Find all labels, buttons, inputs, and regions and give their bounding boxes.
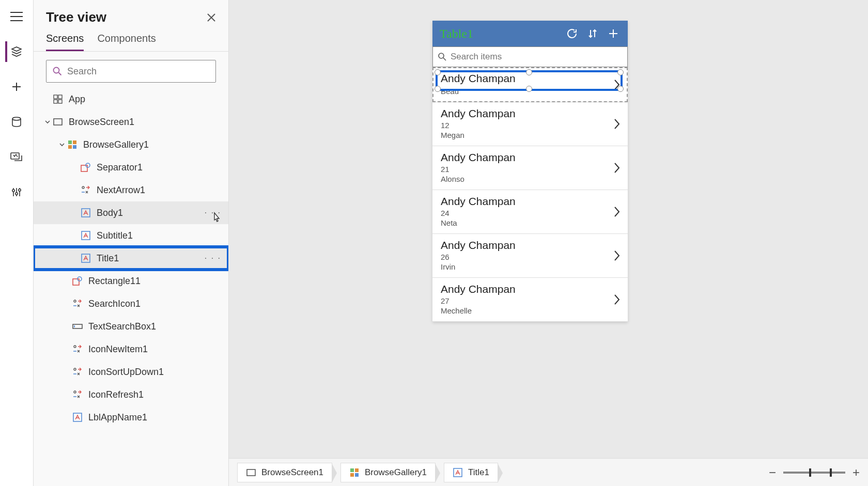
tree-node-iconrefresh[interactable]: IconRefresh1	[34, 383, 228, 406]
chevron-right-icon[interactable]	[613, 294, 621, 305]
hamburger-icon[interactable]	[6, 6, 27, 27]
tree-label: BrowseGallery1	[83, 139, 149, 150]
card-subtitle: 21	[441, 165, 619, 174]
tree-view-panel: Tree view Screens Components App BrowseS…	[34, 0, 229, 486]
svg-point-0	[12, 117, 21, 120]
card-body: Mechelle	[441, 306, 619, 315]
gallery-item[interactable]: Andy Champan 27 Mechelle	[432, 278, 628, 322]
gallery-item[interactable]: Andy Champan 21 Alonso	[432, 146, 628, 190]
tree-label: Rectangle11	[88, 276, 141, 287]
tree-node-rectangle[interactable]: Rectangle11	[34, 270, 228, 292]
chevron-right-icon[interactable]	[613, 118, 621, 130]
resize-handle[interactable]	[435, 86, 441, 92]
card-body: Megan	[441, 131, 619, 139]
preview-search-box[interactable]	[432, 46, 628, 67]
zoom-out-button[interactable]: −	[769, 465, 776, 480]
resize-handle[interactable]	[435, 69, 441, 75]
zoom-thumb[interactable]	[830, 468, 832, 477]
tree-node-body[interactable]: Body1 · · ·	[34, 201, 228, 224]
panel-tabs: Screens Components	[34, 27, 228, 52]
gallery-item[interactable]: Andy Champan Beau	[432, 67, 628, 102]
refresh-icon[interactable]	[565, 26, 579, 41]
svg-rect-11	[68, 140, 72, 144]
canvas-area[interactable]: Table1 Andy Champan Beau Andy Cha	[229, 0, 868, 458]
tree-search-input[interactable]	[67, 66, 209, 77]
tab-screens[interactable]: Screens	[46, 33, 84, 51]
media-rail-button[interactable]	[6, 147, 27, 167]
add-icon[interactable]	[606, 26, 621, 41]
svg-rect-7	[58, 95, 62, 99]
shape-icon	[72, 275, 83, 287]
tree-node-searchicon[interactable]: SearchIcon1	[34, 292, 228, 315]
close-icon[interactable]	[207, 13, 216, 22]
resize-handle[interactable]	[526, 86, 532, 92]
tree-scroll[interactable]: App BrowseScreen1 BrowseGallery1 Separat…	[34, 88, 228, 482]
tree-node-app[interactable]: App	[34, 88, 228, 111]
svg-point-2	[12, 190, 14, 192]
breadcrumb-screen[interactable]: BrowseScreen1	[237, 463, 332, 482]
selection-outline[interactable]	[436, 70, 623, 91]
icon-control-icon	[72, 389, 83, 400]
tree-search-box[interactable]	[46, 60, 216, 83]
card-title: Andy Champan	[441, 151, 619, 164]
insert-rail-button[interactable]	[6, 76, 27, 97]
tree-node-lblappname[interactable]: LblAppName1	[34, 406, 228, 429]
gallery-icon	[67, 139, 78, 150]
card-body: Neta	[441, 218, 619, 227]
gallery-item[interactable]: Andy Champan 24 Neta	[432, 190, 628, 234]
chevron-down-icon[interactable]	[43, 119, 52, 125]
breadcrumb-label: BrowseGallery1	[365, 467, 427, 478]
zoom-thumb[interactable]	[809, 468, 811, 477]
svg-point-29	[439, 53, 444, 58]
more-icon[interactable]: · · ·	[205, 254, 221, 263]
tree-label: TextSearchBox1	[88, 321, 156, 332]
svg-rect-28	[73, 413, 82, 421]
icon-control-icon	[72, 366, 83, 378]
screen-icon	[246, 467, 256, 478]
tree-node-separator[interactable]: Separator1	[34, 156, 228, 179]
card-subtitle: 12	[441, 121, 619, 130]
chevron-right-icon[interactable]	[613, 162, 621, 174]
left-rail	[0, 0, 34, 486]
svg-rect-13	[68, 145, 72, 149]
tree-label: IconNewItem1	[88, 344, 148, 355]
breadcrumb-control[interactable]: Title1	[444, 463, 498, 482]
card-title: Andy Champan	[441, 195, 619, 208]
tab-components[interactable]: Components	[97, 33, 156, 51]
chevron-right-icon[interactable]	[613, 250, 621, 261]
svg-rect-33	[350, 473, 354, 477]
settings-advanced-rail-button[interactable]	[6, 182, 27, 202]
chevron-down-icon[interactable]	[57, 142, 67, 148]
tree-node-browsescreen[interactable]: BrowseScreen1	[34, 111, 228, 133]
resize-handle[interactable]	[617, 69, 624, 75]
gallery-item[interactable]: Andy Champan 12 Megan	[432, 102, 628, 146]
panel-title: Tree view	[46, 9, 106, 25]
svg-rect-31	[350, 468, 354, 472]
tree-node-nextarrow[interactable]: NextArrow1	[34, 179, 228, 201]
gallery-item[interactable]: Andy Champan 26 Irvin	[432, 234, 628, 278]
resize-handle[interactable]	[617, 86, 624, 92]
resize-handle[interactable]	[526, 69, 532, 75]
zoom-in-button[interactable]: +	[853, 465, 860, 480]
tree-node-textsearchbox[interactable]: TextSearchBox1	[34, 315, 228, 338]
tree-view-rail-button[interactable]	[5, 41, 26, 62]
more-icon[interactable]: · · ·	[205, 208, 221, 217]
tree-node-browsegallery[interactable]: BrowseGallery1	[34, 133, 228, 156]
tree-node-iconsort[interactable]: IconSortUpDown1	[34, 360, 228, 383]
svg-rect-10	[54, 119, 62, 125]
shape-icon	[80, 162, 91, 173]
chevron-right-icon[interactable]	[613, 206, 621, 217]
svg-point-5	[54, 68, 59, 73]
card-subtitle: 27	[441, 296, 619, 305]
preview-search-input[interactable]	[451, 52, 622, 62]
sort-icon[interactable]	[585, 26, 600, 41]
tree-node-title[interactable]: Title1 · · ·	[34, 247, 228, 270]
svg-point-26	[74, 368, 76, 370]
tree-node-iconnewitem[interactable]: IconNewItem1	[34, 338, 228, 360]
breadcrumb-gallery[interactable]: BrowseGallery1	[340, 463, 436, 482]
data-rail-button[interactable]	[6, 112, 27, 132]
zoom-slider[interactable]	[783, 472, 845, 474]
card-title: Andy Champan	[441, 107, 619, 120]
svg-point-27	[74, 391, 76, 393]
tree-node-subtitle[interactable]: Subtitle1	[34, 224, 228, 247]
